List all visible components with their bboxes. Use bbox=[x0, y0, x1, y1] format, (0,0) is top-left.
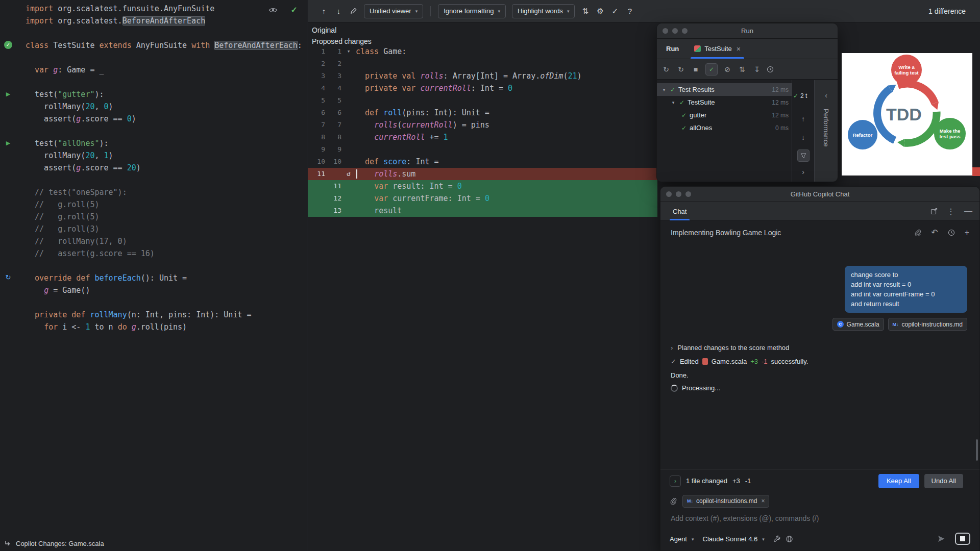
code-line[interactable]: // g.roll(3) bbox=[0, 223, 307, 235]
ignore-formatting-dropdown[interactable]: Ignore formatting ▾ bbox=[438, 4, 506, 18]
diff-line[interactable]: 99 bbox=[308, 143, 657, 156]
tree-row-test-results[interactable]: ▾ ✓ Test Results 12 ms bbox=[657, 83, 792, 96]
code-line[interactable]: // test("oneSpare"): bbox=[0, 186, 307, 198]
code-line[interactable]: var g: Game = _ bbox=[0, 64, 307, 76]
chat-scrollbar[interactable] bbox=[976, 439, 978, 461]
next-difference-button[interactable]: ↓ bbox=[332, 4, 346, 18]
chevron-down-icon[interactable]: ▾ bbox=[661, 87, 667, 92]
diff-line[interactable]: 77 rolls(currentRoll) = pins bbox=[308, 119, 657, 131]
open-in-editor-icon[interactable] bbox=[930, 208, 938, 215]
new-chat-icon[interactable]: + bbox=[965, 228, 969, 237]
zoom-window-button[interactable] bbox=[685, 191, 691, 197]
diff-editor[interactable]: 11▾class Game:2233 private val rolls: Ar… bbox=[308, 45, 657, 217]
run-test-gutter-icon[interactable]: ▶ bbox=[4, 90, 12, 98]
minimize-window-button[interactable] bbox=[676, 191, 681, 197]
code-line[interactable] bbox=[0, 27, 307, 39]
code-line[interactable]: assert(g.score == 20) bbox=[0, 162, 307, 174]
diff-line[interactable]: 66 def roll(pins: Int): Unit = bbox=[308, 107, 657, 119]
web-globe-icon[interactable] bbox=[786, 535, 793, 543]
edit-source-button[interactable] bbox=[347, 4, 360, 18]
diff-line[interactable]: 44 private var currentRoll: Int = 0 bbox=[308, 82, 657, 94]
code-line[interactable]: test("allOnes"): bbox=[0, 137, 307, 149]
code-line[interactable] bbox=[0, 52, 307, 64]
code-line[interactable] bbox=[0, 174, 307, 186]
diff-line[interactable]: 55 bbox=[308, 94, 657, 107]
previous-difference-button[interactable]: ↑ bbox=[317, 4, 331, 18]
stop-generating-button[interactable] bbox=[955, 533, 970, 545]
remove-context-icon[interactable]: × bbox=[761, 497, 765, 505]
sort-tests-button[interactable]: ⇅ bbox=[737, 65, 747, 73]
close-tab-icon[interactable]: × bbox=[737, 45, 741, 53]
diff-line[interactable]: 13 result bbox=[308, 205, 657, 217]
mode-selector[interactable]: Agent bbox=[670, 535, 687, 543]
override-gutter-icon[interactable]: ↻ bbox=[4, 273, 12, 282]
rerun-failed-button[interactable]: ↻ bbox=[676, 65, 686, 73]
code-line[interactable]: import org.scalatest.BeforeAndAfterEach bbox=[0, 15, 307, 27]
collapse-panel-button[interactable]: ‹ bbox=[815, 91, 838, 99]
editor-code[interactable]: import org.scalatest.funsuite.AnyFunSuit… bbox=[0, 3, 307, 333]
expand-panel-button[interactable]: › bbox=[802, 168, 804, 176]
chat-history-clock-icon[interactable] bbox=[948, 229, 955, 236]
rerun-button[interactable]: ↻ bbox=[661, 65, 671, 73]
code-line[interactable]: // rollMany(17, 0) bbox=[0, 235, 307, 247]
keep-all-button[interactable]: Keep All bbox=[878, 474, 919, 488]
diff-line[interactable]: 1010 def score: Int = bbox=[308, 156, 657, 168]
collapse-unchanged-button[interactable]: ⇅ bbox=[578, 4, 592, 18]
scroll-up-button[interactable]: ↑ bbox=[801, 115, 805, 123]
show-passed-toggle[interactable]: ✓ bbox=[705, 63, 718, 76]
tree-row-gutter-test[interactable]: ✓ gutter 12 ms bbox=[657, 109, 792, 121]
kebab-menu-icon[interactable]: ⋮ bbox=[947, 207, 955, 216]
attachment-chip-copilot-instructions[interactable]: M↓ copilot-instructions.md bbox=[888, 318, 967, 331]
model-selector[interactable]: Claude Sonnet 4.6 bbox=[703, 535, 758, 543]
no-problems-check-icon[interactable]: ✓ bbox=[291, 5, 298, 15]
code-line[interactable]: class TestSuite extends AnyFunSuite with… bbox=[0, 39, 307, 52]
code-line[interactable] bbox=[0, 296, 307, 309]
apply-changes-button[interactable]: ✓ bbox=[608, 4, 622, 18]
run-toolwindow-label[interactable]: Run bbox=[662, 45, 683, 53]
code-line[interactable]: g = Game() bbox=[0, 284, 307, 296]
attach-context-icon[interactable] bbox=[914, 229, 921, 236]
planned-changes-row[interactable]: › Planned changes to the score method bbox=[671, 344, 969, 352]
diff-line[interactable]: 88 currentRoll += 1 bbox=[308, 131, 657, 143]
tests-passed-gutter-icon[interactable]: ✓ bbox=[4, 41, 12, 49]
close-window-button[interactable] bbox=[666, 191, 672, 197]
tab-performance[interactable]: Performance bbox=[822, 109, 830, 146]
code-line[interactable]: rollMany(20, 1) bbox=[0, 149, 307, 162]
paperclip-icon[interactable] bbox=[670, 497, 677, 505]
ignore-tests-button[interactable]: ⊘ bbox=[722, 65, 732, 73]
code-line[interactable] bbox=[0, 76, 307, 88]
filter-tests-button[interactable] bbox=[797, 149, 810, 162]
tree-row-allones-test[interactable]: ✓ allOnes 0 ms bbox=[657, 121, 792, 134]
viewer-mode-dropdown[interactable]: Unified viewer ▾ bbox=[364, 4, 423, 18]
code-line[interactable]: for i <- 1 to n do g.roll(pins) bbox=[0, 321, 307, 333]
import-test-results-button[interactable]: ↧ bbox=[752, 65, 762, 73]
diff-line[interactable]: 22 bbox=[308, 58, 657, 70]
diff-line[interactable]: 12 var currentFrame: Int = 0 bbox=[308, 192, 657, 205]
code-line[interactable] bbox=[0, 125, 307, 137]
code-line[interactable]: // g.roll(5) bbox=[0, 211, 307, 223]
diff-settings-button[interactable]: ⚙ bbox=[593, 4, 607, 18]
zoom-window-button[interactable] bbox=[682, 28, 688, 34]
code-line[interactable]: override def beforeEach(): Unit = bbox=[0, 272, 307, 284]
code-line[interactable] bbox=[0, 260, 307, 272]
code-line[interactable]: // assert(g.score == 16) bbox=[0, 247, 307, 260]
tab-chat[interactable]: Chat bbox=[668, 202, 692, 220]
stop-button[interactable]: ■ bbox=[691, 65, 701, 73]
code-line[interactable]: private def rollMany(n: Int, pins: Int):… bbox=[0, 309, 307, 321]
chat-input[interactable] bbox=[671, 514, 969, 522]
diff-line[interactable]: 11▾class Game: bbox=[308, 45, 657, 58]
code-line[interactable]: assert(g.score == 0) bbox=[0, 113, 307, 125]
diff-line[interactable]: 11↺ rolls.sum bbox=[308, 168, 657, 180]
send-message-icon[interactable] bbox=[937, 535, 945, 543]
code-line[interactable]: // g.roll(5) bbox=[0, 198, 307, 211]
run-test-gutter-icon[interactable]: ▶ bbox=[4, 139, 12, 147]
test-history-clock-icon[interactable] bbox=[767, 66, 774, 73]
edited-file-name[interactable]: Game.scala bbox=[712, 358, 747, 365]
code-line[interactable]: test("gutter"): bbox=[0, 88, 307, 101]
reader-mode-eye-icon[interactable] bbox=[268, 7, 278, 13]
tree-row-testsuite[interactable]: ▾ ✓ TestSuite 12 ms bbox=[657, 96, 792, 109]
context-chip-copilot-instructions[interactable]: M↓ copilot-instructions.md × bbox=[682, 495, 769, 508]
close-window-button[interactable] bbox=[663, 28, 668, 34]
expand-changed-files-button[interactable]: › bbox=[670, 475, 681, 487]
highlight-words-dropdown[interactable]: Highlight words ▾ bbox=[512, 4, 575, 18]
